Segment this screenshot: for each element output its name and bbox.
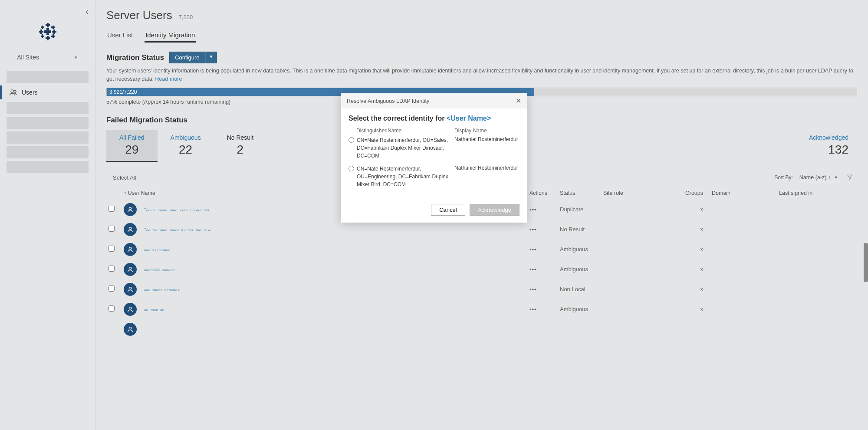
identity-radio[interactable] — [349, 166, 354, 171]
identity-dn: CN=Nate Rosteminerferdur, OU=Sales, DC=F… — [357, 136, 452, 160]
row-checkbox[interactable] — [108, 226, 115, 232]
row-actions-menu[interactable]: ••• — [529, 266, 537, 272]
migration-status-title: Migration Status — [106, 53, 164, 62]
user-name-link[interactable]: ᵤₙ ᵤₙₑₙ ₐₙ — [144, 306, 164, 313]
row-checkbox[interactable] — [108, 246, 115, 252]
identity-option[interactable]: CN=Nate Rosteminerferdur, OU=Engineering… — [349, 165, 519, 188]
table-row: ᵤₙ ᵤₙₑₙ ₐₙ ••• Ambiguous x — [106, 299, 857, 319]
user-name-link[interactable]: ᵤₙₑ ᵤₙₑₙₐ ₙₑₙₑₙₑₓ — [144, 286, 180, 293]
row-actions-menu[interactable]: ••• — [529, 206, 537, 213]
stat-acknowledged[interactable]: Acknowledged 132 — [800, 130, 857, 162]
col-signed: Last signed in — [779, 190, 855, 196]
sort-by-label: Sort By: — [774, 174, 793, 181]
svg-point-21 — [129, 227, 131, 229]
row-checkbox[interactable] — [108, 305, 115, 312]
configure-button[interactable]: Configure — [169, 52, 205, 63]
svg-point-24 — [129, 287, 131, 289]
modal-col-dn: DistinguishedName — [356, 128, 454, 134]
identity-display-name: Nathaniel Rosteminerferdur — [454, 165, 519, 171]
close-icon[interactable]: ✕ — [516, 97, 521, 105]
row-checkbox[interactable] — [108, 266, 115, 272]
sidebar-collapse-chevron-icon[interactable]: ‹ — [0, 4, 95, 19]
user-cell[interactable]: ᵤₙₑₙₑₐ'ₑ ₐᵤₙₑₑₐ — [124, 263, 529, 276]
svg-point-22 — [129, 247, 131, 249]
stat-no-result[interactable]: No Result 2 — [214, 130, 266, 162]
svg-rect-11 — [41, 26, 44, 28]
users-icon — [10, 89, 17, 96]
site-selector-dropdown[interactable]: All Sites ▼ — [0, 50, 95, 64]
sidebar-placeholder — [7, 117, 89, 129]
row-status: Ambiguous — [560, 266, 603, 272]
svg-rect-17 — [51, 36, 55, 37]
tableau-logo — [0, 23, 95, 42]
row-status: Ambiguous — [560, 246, 603, 253]
cancel-button[interactable]: Cancel — [431, 204, 465, 216]
identity-display-name: Nathaniel Rosteminerferdur — [454, 136, 519, 142]
row-actions-menu[interactable]: ••• — [529, 306, 537, 312]
user-avatar-icon — [124, 203, 137, 216]
row-groups: x — [677, 226, 712, 233]
tab-user-list[interactable]: User List — [106, 29, 134, 43]
user-cell[interactable]: ᵤₙ ᵤₙₑₙ ₐₙ — [124, 303, 529, 316]
site-selector-label: All Sites — [17, 54, 39, 61]
row-groups: x — [677, 266, 712, 272]
col-status: Status — [560, 190, 603, 196]
row-checkbox[interactable] — [108, 206, 115, 212]
sidebar-placeholder — [7, 161, 89, 173]
identity-dn: CN=Nate Rosteminerferdur, OU=Engineering… — [357, 165, 452, 188]
svg-rect-1 — [46, 24, 50, 26]
user-cell[interactable]: ᵤₙₑ'ₑ ᵤₙₑᵤₙₑₐ — [124, 243, 529, 256]
svg-rect-9 — [44, 30, 51, 33]
svg-point-23 — [129, 267, 131, 269]
svg-point-20 — [129, 207, 131, 209]
user-cell[interactable]: ᵤₙₑ ᵤₙₑₙₐ ₙₑₙₑₙₑₓ — [124, 283, 529, 296]
identity-radio[interactable] — [349, 137, 354, 143]
row-groups: x — [677, 206, 712, 213]
stat-all-failed[interactable]: All Failed 29 — [106, 130, 158, 162]
acknowledge-button[interactable]: Acknowledge — [470, 204, 519, 216]
sidebar-item-users[interactable]: Users — [0, 85, 95, 99]
row-checkbox[interactable] — [108, 286, 115, 292]
user-name-link[interactable]: ᵤₙₑₙₑₐ'ₑ ₐᵤₙₑₑₐ — [144, 266, 174, 273]
row-actions-menu[interactable]: ••• — [529, 246, 537, 253]
user-cell[interactable]: "ₙₑᵤₙₑ ᵤₙₑₙ ᵤₙₑₙₑ ₙ ᵤₙₑₙ ᵤₙₑ ₙₑ ₑᵤ — [124, 223, 529, 236]
read-more-link[interactable]: Read more — [155, 76, 182, 82]
user-avatar-icon — [124, 243, 137, 256]
row-groups: x — [677, 306, 712, 312]
svg-rect-13 — [51, 26, 55, 28]
modal-title-bar: Resolve Ambiguous LDAP Identity — [347, 98, 429, 104]
user-avatar-icon — [124, 263, 137, 276]
sort-dropdown[interactable]: Name (a-z) ↑ ▼ — [797, 173, 840, 182]
row-status: No Result — [560, 226, 603, 233]
configure-dropdown-caret[interactable]: ▼ — [205, 52, 217, 63]
row-status: Ambiguous — [560, 306, 603, 312]
sidebar-placeholder — [7, 146, 89, 158]
caret-down-icon: ▼ — [834, 175, 838, 180]
row-status: Duplicate — [560, 206, 603, 213]
identity-option[interactable]: CN=Nate Rosteminerferdur, OU=Sales, DC=F… — [349, 136, 519, 160]
caret-down-icon: ▼ — [74, 55, 78, 60]
row-status: Non Local — [560, 286, 603, 292]
table-row: ᵤₙₑ'ₑ ᵤₙₑᵤₙₑₐ ••• Ambiguous x — [106, 240, 857, 259]
page-title: Server Users — [106, 9, 172, 22]
filter-icon[interactable] — [845, 174, 855, 181]
scrollbar[interactable] — [864, 243, 868, 282]
svg-point-18 — [11, 90, 13, 92]
tab-identity-migration[interactable]: Identity Migration — [145, 29, 196, 43]
user-name-link[interactable]: ᵤₙₑ'ₑ ᵤₙₑᵤₙₑₐ — [144, 246, 170, 253]
stat-ambiguous[interactable]: Ambiguous 22 — [158, 130, 214, 162]
user-name-link[interactable]: "ₙₑᵤₙₑ ᵤₙₑₙ ᵤₙₑₙₑ ₙ ᵤₙₑₙ ᵤₙₑ ₙₑ ₑᵤ — [144, 226, 212, 233]
user-name-link[interactable]: "ᵤₙₑₙ ᵤₙₑₙₑ ᵤₙₑₙ ᵤ ᵤₙₑ ₙₑ ₑᵤₙₙₑₙ — [144, 206, 209, 213]
sidebar-placeholder — [7, 71, 89, 83]
select-all-link[interactable]: Select All — [108, 174, 136, 181]
modal-heading: Select the correct identity for <User Na… — [349, 115, 519, 122]
svg-point-26 — [129, 327, 131, 329]
tabs: User List Identity Migration — [106, 29, 857, 43]
row-actions-menu[interactable]: ••• — [529, 286, 537, 292]
user-avatar-icon — [124, 303, 137, 316]
user-avatar-icon — [124, 323, 137, 336]
row-actions-menu[interactable]: ••• — [529, 226, 537, 233]
svg-rect-15 — [41, 36, 44, 37]
user-avatar-icon — [124, 223, 137, 236]
row-groups: x — [677, 286, 712, 292]
